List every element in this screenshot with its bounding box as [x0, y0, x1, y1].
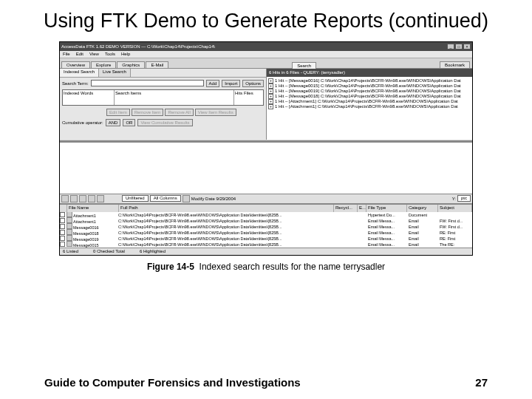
file-icon [66, 241, 72, 247]
status-listed: 6 Listed [63, 249, 78, 253]
row-checkbox[interactable] [60, 224, 65, 229]
subtab-live[interactable]: Live Search [99, 69, 131, 77]
filter-icon[interactable] [183, 195, 190, 202]
tree-row: +1 Hit – [Message0016] C:\Work\Chap14\Pr… [268, 78, 471, 83]
expand-icon[interactable]: + [268, 89, 273, 94]
menu-help[interactable]: Help [121, 52, 130, 56]
tree-row: +1 Hit – [Message0015] C:\Work\Chap14\Pr… [268, 83, 471, 89]
tool-icon[interactable] [61, 195, 69, 202]
search-list[interactable]: Indexed Words Search Items Hits Files [62, 89, 264, 106]
tree-row: +1 Hit – [Attachment1] C:\Work\Chap14\Pr… [268, 104, 471, 109]
col-indexed-words: Indexed Words [63, 90, 115, 105]
th-fullpath[interactable]: Full Path [119, 205, 334, 212]
menu-view[interactable]: View [89, 52, 99, 56]
columns-select[interactable]: All Columns [150, 195, 181, 202]
remove-all-button[interactable]: Remove All [165, 109, 193, 116]
table-row[interactable]: Message0019C:\Work\Chap14\Projects\BCFR-… [60, 236, 472, 242]
th-recycl[interactable]: Recycl... [334, 205, 358, 212]
y-label: Y: [452, 197, 456, 201]
th-check[interactable] [60, 205, 67, 212]
tab-email[interactable]: E-Mail [146, 61, 168, 68]
tool-icon[interactable] [79, 195, 86, 202]
file-icon [66, 212, 72, 218]
row-checkbox[interactable] [60, 218, 65, 223]
table-body[interactable]: Attachment1C:\Work\Chap14\Projects\BCFR-… [60, 212, 472, 248]
tab-explore[interactable]: Explore [91, 61, 116, 68]
tree-row: +1 Hit – [Message0019] C:\Work\Chap14\Pr… [268, 89, 471, 94]
view-item-results-button[interactable]: View Item Results [195, 109, 236, 116]
tab-graphics[interactable]: Graphics [117, 61, 145, 68]
options-button[interactable]: Options [242, 80, 264, 87]
menu-tools[interactable]: Tools [105, 52, 115, 56]
tree-row: +1 Hit – [Message0018] C:\Work\Chap14\Pr… [268, 94, 471, 99]
results-header: 6 Hits in 6 Files - QUERY: (terrysadler) [267, 69, 472, 77]
file-icon [66, 235, 72, 241]
expand-icon[interactable]: + [268, 104, 273, 109]
table-row[interactable]: Attachment1C:\Work\Chap14\Projects\BCFR-… [60, 212, 472, 218]
row-checkbox[interactable] [60, 212, 65, 217]
tool-icon[interactable] [88, 195, 95, 202]
search-term-input[interactable] [91, 80, 204, 86]
tool-icon[interactable] [70, 195, 78, 202]
tab-bookmark[interactable]: Bookmark [440, 61, 470, 68]
close-button[interactable]: × [463, 44, 471, 50]
minimize-button[interactable]: _ [447, 44, 454, 50]
tab-overview[interactable]: Overview [61, 61, 90, 68]
statusbar: 6 Listed 0 Checked Total 6 Highlighted [60, 248, 472, 255]
file-icon [66, 217, 72, 223]
expand-icon[interactable]: + [268, 99, 273, 104]
row-checkbox[interactable] [60, 230, 65, 235]
menu-file[interactable]: File [63, 52, 70, 56]
expand-icon[interactable]: + [268, 78, 273, 83]
figure-caption: Figure 14-5 Indexed search results for t… [15, 262, 517, 272]
remove-item-button[interactable]: Remove Item [132, 109, 164, 116]
subtab-indexed[interactable]: Indexed Search [60, 69, 99, 77]
import-button[interactable]: Import [222, 80, 240, 87]
tab-search[interactable]: Search [292, 62, 316, 69]
slide-footer: Guide to Computer Forensics and Investig… [0, 376, 532, 389]
table-header: File Name Full Path Recycl... E... File … [60, 205, 472, 212]
expand-icon[interactable]: + [268, 94, 273, 99]
add-button[interactable]: Add [206, 80, 220, 87]
window-title: AccessData FTK 1.62 DEMO VERSION — C:\Wo… [61, 44, 215, 49]
th-e[interactable]: E... [358, 205, 366, 212]
and-button[interactable]: AND [106, 119, 121, 126]
tool-icon[interactable] [97, 195, 104, 202]
titlebar[interactable]: AccessData FTK 1.62 DEMO VERSION — C:\Wo… [60, 42, 472, 51]
filter-select[interactable]: Unfiltered [122, 195, 149, 202]
edit-item-button[interactable]: Edit Item [106, 109, 130, 116]
results-tree[interactable]: +1 Hit – [Message0016] C:\Work\Chap14\Pr… [267, 77, 472, 140]
content-viewer [60, 142, 472, 194]
th-subject[interactable]: Subject [438, 205, 472, 212]
results-panel: 6 Hits in 6 Files - QUERY: (terrysadler)… [267, 69, 472, 140]
row-checkbox[interactable] [60, 236, 65, 241]
file-icon [66, 223, 72, 229]
col-files: Files [244, 91, 253, 95]
search-panel: Indexed Search Live Search Search Term: … [60, 69, 267, 140]
th-category[interactable]: Category [407, 205, 438, 212]
slide-title: Using FTK Demo to Generate Reports (cont… [15, 9, 517, 34]
ftk-window: AccessData FTK 1.62 DEMO VERSION — C:\Wo… [59, 41, 473, 256]
menubar: File Edit View Tools Help [60, 51, 472, 58]
table-row[interactable]: Message0018C:\Work\Chap14\Projects\BCFR-… [60, 230, 472, 236]
table-row[interactable]: Message0016C:\Work\Chap14\Projects\BCFR-… [60, 224, 472, 230]
row-checkbox[interactable] [60, 242, 65, 247]
expand-icon[interactable]: + [268, 83, 273, 89]
ptc-select[interactable]: ptc [457, 195, 471, 202]
table-row[interactable]: Attachment1C:\Work\Chap14\Projects\BCFR-… [60, 218, 472, 224]
modify-label: Modify Date 9/29/2004 [191, 197, 236, 201]
table-row[interactable]: Message0015C:\Work\Chap14\Projects\BCFR-… [60, 242, 472, 248]
lower-toolbar: Unfiltered All Columns Modify Date 9/29/… [60, 194, 472, 204]
status-highlighted: 6 Highlighted [140, 249, 166, 253]
tree-row: +1 Hit – [Attachment1] C:\Work\Chap14\Pr… [268, 99, 471, 104]
cumulative-label: Cumulative operator: [62, 120, 103, 125]
maximize-button[interactable]: □ [455, 44, 463, 50]
col-hits: Hits [235, 91, 242, 95]
status-checked: 0 Checked Total [93, 249, 125, 253]
th-filetype[interactable]: File Type [366, 205, 407, 212]
file-icon [66, 229, 72, 235]
view-cumulative-button[interactable]: View Cumulative Results [137, 119, 192, 126]
or-button[interactable]: OR [123, 119, 135, 126]
menu-edit[interactable]: Edit [76, 52, 83, 56]
th-filename[interactable]: File Name [67, 205, 119, 212]
